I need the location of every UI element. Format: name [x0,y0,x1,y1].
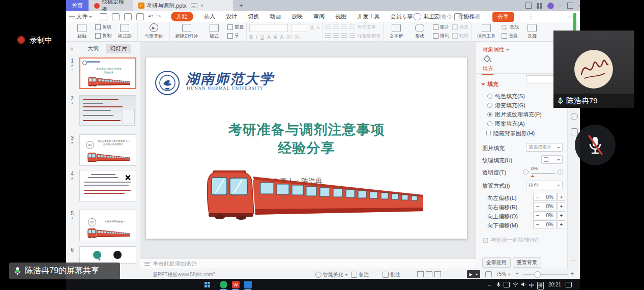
tab-home[interactable]: 首页 [66,0,89,11]
number-list-icon[interactable] [333,24,339,28]
close-window-button[interactable]: × [578,3,580,9]
apps-grid-icon[interactable] [537,3,542,9]
font-grow-button[interactable]: A [310,25,314,31]
tab-close-icon[interactable]: × [200,3,203,9]
underline-button[interactable]: U [260,34,264,40]
panel-title[interactable]: 对象属性 [482,46,509,53]
menu-item-devtools[interactable]: 开发工具 [357,11,379,22]
section-button[interactable]: 节 [227,33,244,39]
picture-button[interactable]: 图片 [433,24,449,31]
zoom-slider[interactable] [523,274,568,275]
textbox-button[interactable]: 文本框 [386,24,406,40]
arrange-button[interactable]: 排列 [433,33,449,39]
offset-top-plus[interactable]: + [558,211,565,219]
fill-button[interactable]: 填充 [452,24,469,31]
minimize-button[interactable]: − [559,3,562,9]
tray-wifi-icon[interactable] [513,282,518,287]
menu-item-view[interactable]: 视图 [335,11,346,22]
menu-item-member[interactable]: 会员专享 [390,11,413,22]
restore-button[interactable] [567,3,573,9]
slide-thumbnail-2[interactable] [79,95,136,126]
italic-button[interactable]: I [256,34,257,40]
participant-video-tile[interactable]: 陈浩冉79 [553,31,634,108]
offset-right-spinner[interactable]: −0% [533,202,557,210]
radio-solid-fill[interactable]: 纯色填充(S) [487,93,525,100]
menu-item-slideshow[interactable]: 放映 [291,11,303,22]
cut-button[interactable]: 剪切 [95,24,111,31]
collab-button[interactable]: 协作 [453,11,475,22]
menu-item-home[interactable]: 开始 [171,12,193,21]
file-menu[interactable]: 文件 [69,11,92,22]
print-icon[interactable] [124,13,132,20]
meeting-taskbar-icon[interactable] [244,281,252,288]
slide-thumbnail-5[interactable]: 02 如何选择院校专业？ [79,210,136,241]
selection-pane-icon[interactable] [571,128,578,135]
slide-canvas[interactable]: 湖南师范大学 HUNAN NORMAL UNIVERSITY 考研准备与调剂注意… [140,42,476,258]
align-center-icon[interactable] [333,33,339,38]
slide-thumbnail-3[interactable]: 01 为什么要考研？要不要考研？什么样的人适合考研？ [79,134,136,166]
grid-view-icon[interactable] [426,271,432,277]
comments-button[interactable]: 批注 [383,271,400,278]
copy-button[interactable]: 复制 [95,33,111,39]
taskbar-clock[interactable]: 20:21 [548,282,561,287]
strike-button[interactable]: S [274,34,277,40]
current-slide[interactable]: 湖南师范大学 HUNAN NORMAL UNIVERSITY 考研准备与调剂注意… [145,57,467,239]
to-smartart-button[interactable]: 转智能图形 [358,33,380,40]
opacity-plus-button[interactable]: + [558,169,563,175]
collapse-ribbon-icon[interactable]: ︿ [568,11,572,22]
slide-title-line2[interactable]: 经验分享 [146,140,467,157]
slide-thumbnail-1[interactable]: 考研准备与调剂注意事项 经验分享 [79,57,136,89]
undo-icon[interactable]: ↶ [148,11,153,22]
slide-thumbnail-4[interactable] [79,170,136,201]
align-left-icon[interactable] [325,33,331,38]
select-button[interactable]: 选择 [522,24,542,40]
radio-pattern-fill[interactable]: 图案填充(A) [487,120,525,128]
shadow-button[interactable]: A [267,34,271,40]
shapes-button[interactable]: 形状 [409,24,430,40]
apply-all-button[interactable]: 全部应用 [482,257,511,268]
menu-item-review[interactable]: 审阅 [313,11,325,22]
tab-fill[interactable]: 填充 [482,65,493,75]
texture-fill-dropdown[interactable] [541,155,563,164]
fill-section-header[interactable]: 填充 [481,80,499,88]
zoom-in-button[interactable]: + [571,271,574,276]
tab-template[interactable]: 找稿定模板 [89,0,133,11]
checkbox-hide-background[interactable]: 隐藏背景图形(H) [486,130,535,137]
wps-taskbar-icon[interactable]: W [232,281,240,288]
font-shrink-button[interactable]: A [317,25,319,30]
share-button[interactable]: 分享 [492,12,514,22]
add-slide-plus[interactable]: + [98,255,102,263]
workspace-icon[interactable] [525,3,532,9]
align-text-button[interactable]: 对齐文本 [358,24,376,31]
placement-dropdown[interactable]: 拉伸 [526,181,563,189]
reset-background-button[interactable]: 重置背景 [513,257,541,268]
replace-button[interactable]: 替换 [502,33,519,39]
bullet-list-icon[interactable] [325,24,331,28]
tray-expand-icon[interactable]: ︿ [487,282,492,288]
zoom-slider-knob[interactable] [534,271,541,278]
tray-battery-icon[interactable] [504,282,510,287]
paste-button[interactable]: 粘贴 [72,24,92,40]
tray-pinyin-icon[interactable]: 拼 [537,282,544,289]
layout-button[interactable]: 版式 [204,24,224,40]
offset-right-plus[interactable]: + [558,202,565,210]
opacity-slider[interactable] [531,173,555,174]
fit-slide-icon[interactable] [485,271,492,277]
font-name-box[interactable] [249,24,288,32]
present-tools-button[interactable]: 演示工具 [474,24,499,40]
new-tab-button[interactable]: + [237,2,245,10]
superscript-button[interactable]: X² [286,34,291,40]
offset-top-spinner[interactable]: −0% [533,211,557,219]
font-size-box[interactable] [291,24,307,32]
slide-thumbnail-6[interactable] [79,246,136,264]
slide-title-line1[interactable]: 考研准备与调剂注意事项 [146,122,467,138]
new-slide-button[interactable]: 新建幻灯片 [172,24,201,40]
train-image[interactable] [204,165,423,222]
collapse-panel-icon[interactable]: « [70,45,73,51]
menu-item-animation[interactable]: 动画 [270,11,281,22]
tab-slides[interactable]: 幻灯片 [106,44,131,53]
save-icon[interactable] [100,13,107,20]
indent-increase-icon[interactable] [349,24,355,28]
reset-button[interactable]: 重置 [227,24,244,31]
tab-document[interactable]: P 考研与调剂.pptx × [133,0,233,11]
